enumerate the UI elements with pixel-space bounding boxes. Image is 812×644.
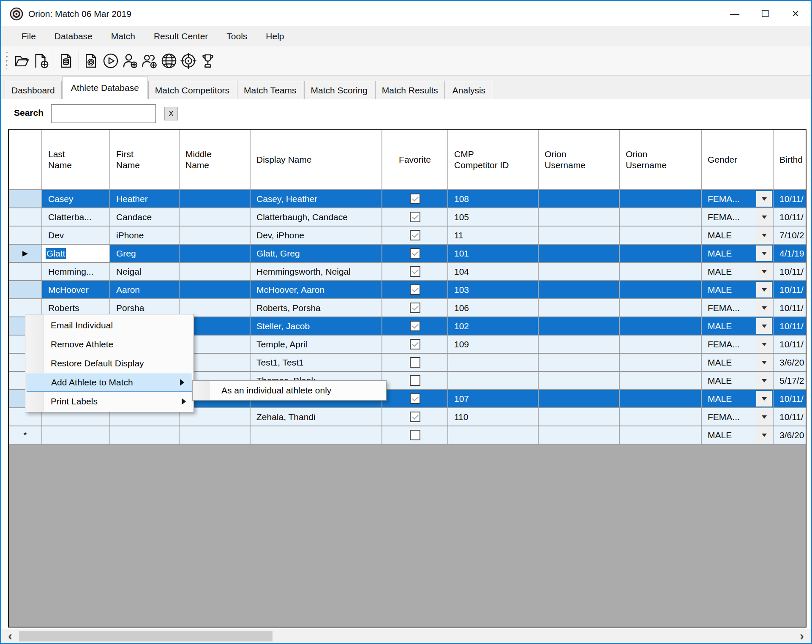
- editing-text-selection[interactable]: Glatt: [46, 248, 66, 259]
- gender-cell[interactable]: MALE: [702, 390, 774, 407]
- display-name-cell[interactable]: Clatterbaugh, Candace: [251, 208, 382, 226]
- orion-username-cell[interactable]: [539, 226, 620, 244]
- last-name-cell[interactable]: Casey: [42, 190, 110, 207]
- display-name-cell[interactable]: Dev, iPhone: [251, 226, 382, 244]
- birthdate-cell[interactable]: 10/11/: [774, 408, 806, 426]
- favorite-checkbox[interactable]: [410, 393, 420, 404]
- orion-username-cell[interactable]: [539, 263, 620, 280]
- birthdate-cell[interactable]: 10/11/: [774, 208, 806, 226]
- favorite-checkbox[interactable]: [410, 412, 420, 422]
- birthdate-cell[interactable]: 3/6/20: [774, 426, 806, 444]
- favorite-cell[interactable]: [382, 372, 448, 389]
- menu-item-remove-athlete[interactable]: Remove Athlete: [25, 335, 193, 354]
- orion-username-cell[interactable]: [539, 190, 620, 207]
- column-header[interactable]: Display Name: [251, 130, 382, 189]
- last-name-cell[interactable]: Hemming...: [42, 263, 110, 280]
- table-row[interactable]: *MALE3/6/20: [9, 426, 806, 445]
- scroll-right-arrow-icon[interactable]: ›: [795, 629, 809, 643]
- orion-username2-cell[interactable]: [620, 336, 702, 353]
- tab-match-scoring[interactable]: Match Scoring: [304, 81, 374, 99]
- table-row[interactable]: CaseyHeatherCasey, Heather108FEMA...10/1…: [9, 190, 806, 208]
- menu-result-center[interactable]: Result Center: [144, 26, 217, 46]
- birthdate-cell[interactable]: 10/11/: [774, 263, 806, 280]
- favorite-checkbox[interactable]: [410, 230, 420, 240]
- orion-username2-cell[interactable]: [620, 263, 702, 280]
- birthdate-cell[interactable]: 10/11/: [774, 299, 806, 317]
- favorite-cell[interactable]: [382, 263, 448, 280]
- table-row[interactable]: ▶GlattGregGlatt, Greg101MALE4/1/19: [9, 245, 806, 263]
- gender-cell[interactable]: MALE: [702, 317, 774, 335]
- gender-cell[interactable]: MALE: [702, 372, 774, 389]
- tab-analysis[interactable]: Analysis: [446, 81, 492, 99]
- add-people-icon[interactable]: [140, 51, 159, 71]
- orion-username-cell[interactable]: [539, 372, 620, 389]
- settings-file-icon[interactable]: [82, 51, 101, 71]
- cmp-id-cell[interactable]: [448, 372, 539, 389]
- favorite-checkbox[interactable]: [410, 339, 420, 349]
- favorite-cell[interactable]: [382, 190, 448, 207]
- column-header[interactable]: Favorite: [382, 130, 448, 189]
- play-circle-icon[interactable]: [101, 51, 120, 71]
- last-name-cell[interactable]: McHoover: [42, 281, 110, 298]
- row-selector[interactable]: [9, 190, 42, 207]
- submenu-item-as-an-individual-athlete-only[interactable]: As an individual athlete only: [193, 381, 386, 400]
- open-folder-icon[interactable]: [12, 51, 32, 71]
- middle-name-cell[interactable]: [180, 426, 251, 444]
- cmp-id-cell[interactable]: 109: [448, 336, 539, 353]
- display-name-cell[interactable]: Casey, Heather: [251, 190, 382, 207]
- favorite-checkbox[interactable]: [410, 212, 420, 222]
- globe-icon[interactable]: [159, 51, 179, 71]
- row-selector[interactable]: *: [9, 426, 42, 444]
- first-name-cell[interactable]: Neigal: [110, 263, 180, 280]
- favorite-checkbox[interactable]: [410, 303, 420, 313]
- favorite-cell[interactable]: [382, 408, 448, 426]
- birthdate-cell[interactable]: 5/17/2: [774, 372, 806, 389]
- menu-help[interactable]: Help: [256, 26, 293, 46]
- menu-item-print-labels[interactable]: Print Labels: [25, 392, 193, 411]
- orion-username-cell[interactable]: [539, 408, 620, 426]
- gender-cell[interactable]: MALE: [702, 226, 774, 244]
- favorite-checkbox[interactable]: [410, 321, 420, 331]
- gender-cell[interactable]: MALE: [702, 281, 774, 298]
- cmp-id-cell[interactable]: 101: [448, 245, 539, 262]
- favorite-checkbox[interactable]: [410, 248, 420, 259]
- birthdate-cell[interactable]: 10/11/: [774, 281, 806, 298]
- tab-match-teams[interactable]: Match Teams: [237, 81, 303, 99]
- display-name-cell[interactable]: Glatt, Greg: [251, 245, 382, 262]
- favorite-checkbox[interactable]: [410, 375, 420, 386]
- first-name-cell[interactable]: Greg: [110, 245, 180, 262]
- orion-username2-cell[interactable]: [620, 426, 702, 444]
- favorite-checkbox[interactable]: [410, 430, 420, 440]
- gender-dropdown-button[interactable]: [756, 355, 772, 370]
- row-selector[interactable]: ▶: [9, 245, 42, 262]
- birthdate-cell[interactable]: 10/11/: [774, 317, 806, 335]
- favorite-cell[interactable]: [382, 390, 448, 407]
- first-name-cell[interactable]: Heather: [110, 190, 180, 207]
- cmp-id-cell[interactable]: 106: [448, 299, 539, 317]
- birthdate-cell[interactable]: 4/1/19: [774, 245, 806, 262]
- orion-username2-cell[interactable]: [620, 281, 702, 298]
- toolbar-grip[interactable]: [5, 52, 9, 69]
- first-name-cell[interactable]: Candace: [110, 208, 180, 226]
- favorite-cell[interactable]: [382, 245, 448, 262]
- close-button[interactable]: ✕: [780, 1, 811, 26]
- column-header[interactable]: Last Name: [42, 130, 110, 189]
- cmp-id-cell[interactable]: 110: [448, 408, 539, 426]
- gender-cell[interactable]: MALE: [702, 354, 774, 371]
- menu-match[interactable]: Match: [102, 26, 144, 46]
- orion-username-cell[interactable]: [539, 336, 620, 353]
- orion-username-cell[interactable]: [539, 208, 620, 226]
- first-name-cell[interactable]: Aaron: [110, 281, 180, 298]
- tab-dashboard[interactable]: Dashboard: [5, 81, 62, 99]
- column-header[interactable]: First Name: [110, 130, 180, 189]
- last-name-cell[interactable]: [42, 426, 110, 444]
- birthdate-cell[interactable]: 10/11/: [774, 336, 806, 353]
- database-file-icon[interactable]: [57, 51, 76, 71]
- column-header[interactable]: Middle Name: [180, 130, 251, 189]
- display-name-cell[interactable]: Steller, Jacob: [251, 317, 382, 335]
- favorite-cell[interactable]: [382, 281, 448, 298]
- menu-file[interactable]: File: [12, 26, 45, 46]
- target-icon[interactable]: [179, 51, 198, 71]
- display-name-cell[interactable]: [251, 426, 382, 444]
- gender-cell[interactable]: FEMA...: [702, 408, 774, 426]
